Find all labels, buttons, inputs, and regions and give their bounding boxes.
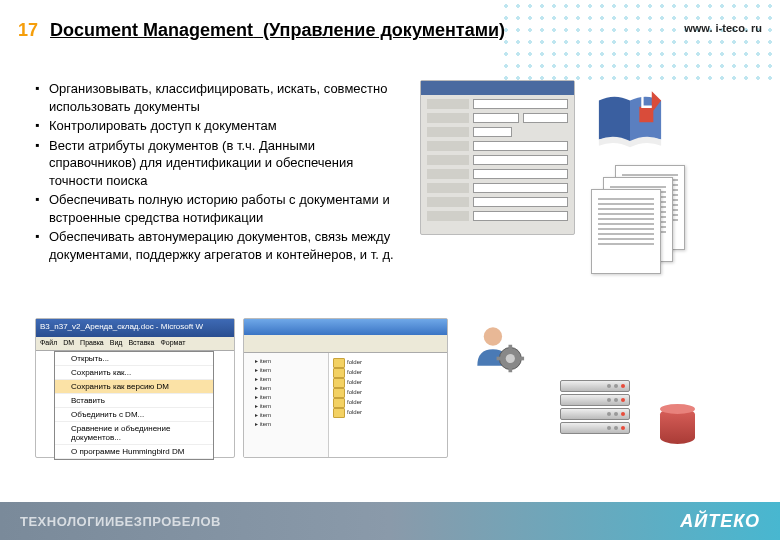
bullet-list: Организовывать, классифицировать, искать…: [35, 80, 405, 265]
footer-logo: АЙТЕКО: [680, 511, 760, 532]
user-gear-icon: [470, 320, 525, 375]
document-card-dialog: [420, 80, 575, 235]
menu-item: Формат: [160, 339, 185, 348]
dropdown-item: Сохранить как...: [55, 366, 213, 380]
word-titlebar: B3_n37_v2_Аренда_склад.doc - Microsoft W: [36, 319, 234, 337]
explorer-window: ▸ item▸ item▸ item ▸ item▸ item▸ item ▸ …: [243, 318, 448, 458]
dropdown-item: Объединить с DM...: [55, 408, 213, 422]
title-en: Document Management: [50, 20, 253, 40]
menu-item: Правка: [80, 339, 104, 348]
svg-point-2: [506, 354, 515, 363]
list-item: Организовывать, классифицировать, искать…: [35, 80, 405, 115]
dropdown-item: Сравнение и объединение документов...: [55, 422, 213, 445]
menu-item: Файл: [40, 339, 57, 348]
menu-item: Вид: [110, 339, 123, 348]
menu-item: Вставка: [128, 339, 154, 348]
menu-item: DM: [63, 339, 74, 348]
svg-rect-3: [509, 345, 513, 351]
dropdown-item: Сохранить как версию DM: [55, 380, 213, 394]
list-item: Вести атрибуты документов (в т.ч. Данным…: [35, 137, 405, 190]
word-dropdown: Открыть... Сохранить как... Сохранить ка…: [54, 351, 214, 460]
server-stack-icon: [560, 380, 650, 440]
list-item: Обеспечивать полную историю работы с док…: [35, 191, 405, 226]
svg-point-0: [484, 327, 502, 345]
svg-rect-5: [497, 357, 503, 361]
database-icon: [660, 408, 695, 450]
footer-slogan: ТЕХНОЛОГИИБЕЗПРОБЕЛОВ: [20, 514, 221, 529]
title-ru: (Управление документами): [263, 20, 505, 40]
book-icon: [590, 85, 670, 155]
word-window: B3_n37_v2_Аренда_склад.doc - Microsoft W…: [35, 318, 235, 458]
slide-title: Document Management (Управление документ…: [50, 20, 505, 41]
dropdown-item: О программе Hummingbird DM: [55, 445, 213, 459]
svg-rect-6: [519, 357, 525, 361]
slide-number: 17: [18, 20, 38, 41]
list-item: Контролировать доступ к документам: [35, 117, 405, 135]
site-url: www. i-teco. ru: [684, 22, 762, 34]
slide-header: 17 Document Management (Управление докум…: [18, 20, 680, 41]
word-menubar: Файл DM Правка Вид Вставка Формат: [36, 337, 234, 351]
dropdown-item: Открыть...: [55, 352, 213, 366]
slide-footer: ТЕХНОЛОГИИБЕЗПРОБЕЛОВ АЙТЕКО: [0, 502, 780, 540]
dropdown-item: Вставить: [55, 394, 213, 408]
svg-rect-4: [509, 367, 513, 373]
document-stack-icon: [585, 165, 695, 275]
list-item: Обеспечивать автонумерацию документов, с…: [35, 228, 405, 263]
